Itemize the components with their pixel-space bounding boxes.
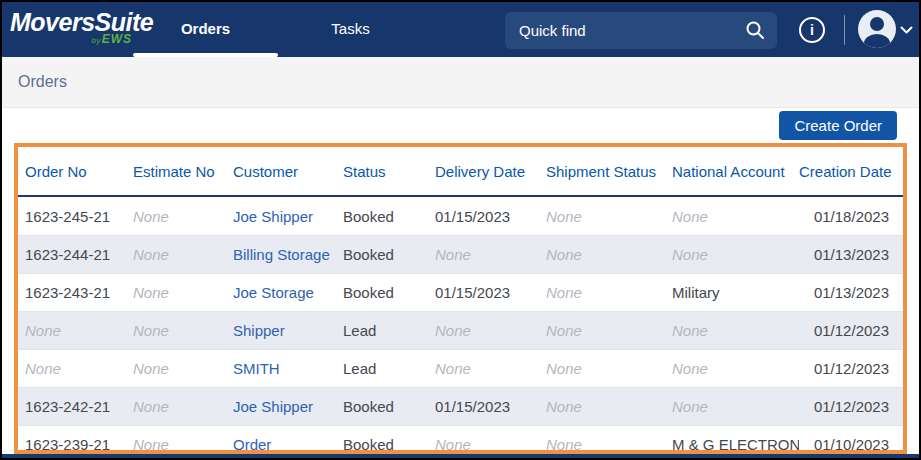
cell-customer-link[interactable]: Shipper <box>226 322 336 339</box>
cell-customer-link[interactable]: Order <box>226 436 336 453</box>
cell-estimate-no: None <box>126 284 226 301</box>
cell-shipment-status: None <box>539 208 665 225</box>
column-header-order-no[interactable]: Order No <box>18 163 126 180</box>
cell-delivery-date: None <box>428 322 539 339</box>
cell-shipment-status: None <box>539 246 665 263</box>
table-row[interactable]: 1623-243-21 None Joe Storage Booked 01/1… <box>18 273 903 311</box>
cell-status: Booked <box>336 436 428 453</box>
cell-creation-date: 01/13/2023 <box>799 246 903 263</box>
cell-customer-link[interactable]: SMITH <box>226 360 336 377</box>
cell-national-account: None <box>665 208 799 225</box>
cell-creation-date: 01/18/2023 <box>799 208 903 225</box>
cell-national-account: None <box>665 398 799 415</box>
cell-estimate-no: None <box>126 436 226 453</box>
cell-delivery-date: 01/15/2023 <box>428 284 539 301</box>
cell-creation-date: 01/12/2023 <box>799 398 903 415</box>
cell-shipment-status: None <box>539 284 665 301</box>
nav-divider <box>844 15 845 45</box>
tab-orders[interactable]: Orders <box>133 2 278 57</box>
cell-delivery-date: None <box>428 246 539 263</box>
top-nav: MoversSuite byEWS Orders Tasks i <box>2 2 919 57</box>
column-header-delivery-date[interactable]: Delivery Date <box>428 163 539 180</box>
column-header-estimate-no[interactable]: Estimate No <box>126 163 226 180</box>
cell-customer-link[interactable]: Joe Storage <box>226 284 336 301</box>
cell-national-account: None <box>665 246 799 263</box>
table-header-row: Order No Estimate No Customer Status Del… <box>18 147 903 197</box>
cell-national-account: Military <box>665 284 799 301</box>
bottom-strip <box>2 454 919 458</box>
cell-status: Lead <box>336 322 428 339</box>
avatar-head <box>870 17 884 31</box>
cell-estimate-no: None <box>126 322 226 339</box>
cell-shipment-status: None <box>539 360 665 377</box>
cell-status: Booked <box>336 284 428 301</box>
table-row[interactable]: 1623-242-21 None Joe Shipper Booked 01/1… <box>18 387 903 425</box>
table-row[interactable]: None None Shipper Lead None None None 01… <box>18 311 903 349</box>
column-header-national-account[interactable]: National Account <box>665 163 799 180</box>
search-input[interactable] <box>505 12 777 49</box>
tab-tasks[interactable]: Tasks <box>278 2 423 57</box>
cell-creation-date: 01/12/2023 <box>799 322 903 339</box>
cell-customer-link[interactable]: Billing Storage <box>226 246 336 263</box>
orders-table: Order No Estimate No Customer Status Del… <box>14 143 907 454</box>
cell-status: Booked <box>336 208 428 225</box>
create-order-button[interactable]: Create Order <box>779 111 897 140</box>
cell-status: Booked <box>336 246 428 263</box>
cell-estimate-no: None <box>126 246 226 263</box>
cell-estimate-no: None <box>126 360 226 377</box>
cell-delivery-date: 01/15/2023 <box>428 208 539 225</box>
cell-creation-date: 01/10/2023 <box>799 436 903 453</box>
cell-customer-link[interactable]: Joe Shipper <box>226 208 336 225</box>
cell-shipment-status: None <box>539 398 665 415</box>
cell-estimate-no: None <box>126 398 226 415</box>
user-avatar-icon[interactable] <box>858 10 896 48</box>
table-row[interactable]: 1623-244-21 None Billing Storage Booked … <box>18 235 903 273</box>
breadcrumb: Orders <box>2 57 919 108</box>
cell-delivery-date: None <box>428 436 539 453</box>
table-row[interactable]: None None SMITH Lead None None None 01/1… <box>18 349 903 387</box>
cell-shipment-status: None <box>539 436 665 453</box>
search-icon[interactable] <box>745 20 765 40</box>
cell-order-no: 1623-243-21 <box>18 284 126 301</box>
cell-status: Lead <box>336 360 428 377</box>
cell-status: Booked <box>336 398 428 415</box>
column-header-status[interactable]: Status <box>336 163 428 180</box>
cell-order-no: None <box>18 322 126 339</box>
cell-order-no: 1623-239-21 <box>18 436 126 453</box>
table-row[interactable]: 1623-239-21 None Order Booked None None … <box>18 425 903 454</box>
cell-delivery-date: 01/15/2023 <box>428 398 539 415</box>
cell-creation-date: 01/13/2023 <box>799 284 903 301</box>
moverssuite-logo[interactable]: MoversSuite byEWS <box>10 9 134 47</box>
cell-shipment-status: None <box>539 322 665 339</box>
cell-national-account: None <box>665 322 799 339</box>
page-title: Orders <box>18 57 67 107</box>
avatar-body <box>864 34 890 48</box>
cell-order-no: 1623-245-21 <box>18 208 126 225</box>
cell-national-account: M & G ELECTRONICS <box>665 436 799 453</box>
cell-order-no: 1623-242-21 <box>18 398 126 415</box>
cell-delivery-date: None <box>428 360 539 377</box>
table-row[interactable]: 1623-245-21 None Joe Shipper Booked 01/1… <box>18 197 903 235</box>
app-window: MoversSuite byEWS Orders Tasks i Orders … <box>0 0 921 460</box>
column-header-creation-date[interactable]: Creation Date <box>799 163 903 180</box>
cell-order-no: 1623-244-21 <box>18 246 126 263</box>
column-header-customer[interactable]: Customer <box>226 163 336 180</box>
cell-estimate-no: None <box>126 208 226 225</box>
table-body: 1623-245-21 None Joe Shipper Booked 01/1… <box>18 197 903 454</box>
cell-customer-link[interactable]: Joe Shipper <box>226 398 336 415</box>
cell-creation-date: 01/12/2023 <box>799 360 903 377</box>
cell-national-account: None <box>665 360 799 377</box>
column-header-shipment-status[interactable]: Shipment Status <box>539 163 665 180</box>
cell-order-no: None <box>18 360 126 377</box>
info-icon[interactable]: i <box>799 17 825 43</box>
chevron-down-icon[interactable] <box>900 26 913 35</box>
quick-find-search <box>505 12 777 49</box>
